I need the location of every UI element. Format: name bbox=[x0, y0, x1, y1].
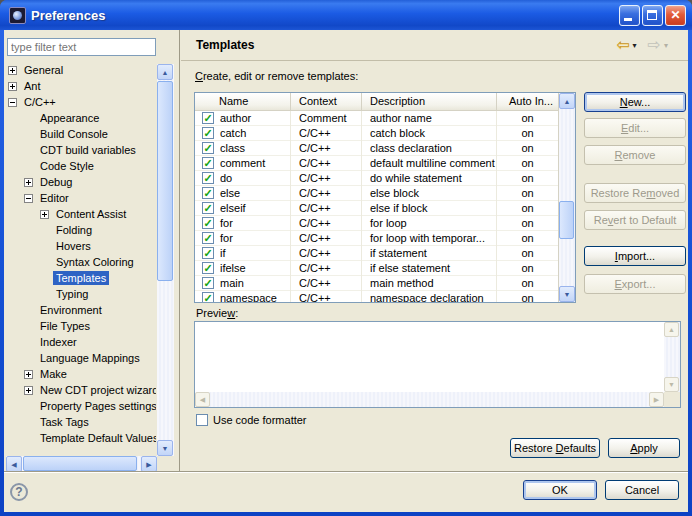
help-button[interactable]: ? bbox=[10, 483, 28, 501]
tree-item-code-style[interactable]: Code Style bbox=[24, 158, 97, 174]
expander-plus-icon[interactable] bbox=[8, 82, 17, 91]
tree-item-cdt-build-variables[interactable]: CDT build variables bbox=[24, 142, 139, 158]
scroll-left-icon[interactable]: ◀ bbox=[6, 456, 22, 472]
tree-item-label[interactable]: Folding bbox=[53, 223, 95, 237]
tree-item-folding[interactable]: Folding bbox=[40, 222, 95, 238]
tree-item-label[interactable]: File Types bbox=[37, 319, 93, 333]
tree-item-build-console[interactable]: Build Console bbox=[24, 126, 111, 142]
tree-item-label[interactable]: Template Default Values bbox=[37, 431, 156, 445]
tree-item-label[interactable]: Editor bbox=[37, 191, 72, 205]
tree-item-templates[interactable]: Templates bbox=[40, 270, 109, 286]
table-vertical-scrollbar[interactable]: ▲ ▼ bbox=[558, 93, 575, 302]
template-enabled-checkbox[interactable]: ✓ bbox=[202, 112, 214, 124]
use-code-formatter-checkbox[interactable] bbox=[196, 414, 208, 426]
new-button[interactable]: New... bbox=[584, 92, 686, 112]
template-enabled-checkbox[interactable]: ✓ bbox=[202, 202, 214, 214]
revert-to-default-button[interactable]: Revert to Default bbox=[584, 210, 686, 230]
scroll-left-icon[interactable]: ◀ bbox=[195, 392, 210, 407]
scroll-right-icon[interactable]: ▶ bbox=[649, 392, 664, 407]
table-vscroll-thumb[interactable] bbox=[559, 201, 574, 239]
tree-item-label[interactable]: CDT build variables bbox=[37, 143, 139, 157]
tree-item-label[interactable]: C/C++ bbox=[21, 95, 59, 109]
tree-item-label[interactable]: Hovers bbox=[53, 239, 94, 253]
template-enabled-checkbox[interactable]: ✓ bbox=[202, 232, 214, 244]
scroll-down-icon[interactable]: ▼ bbox=[664, 377, 679, 392]
tree-item-label[interactable]: General bbox=[21, 63, 66, 77]
template-row-if[interactable]: ✓ifC/C++if statementon bbox=[195, 246, 558, 261]
template-row-namespace[interactable]: ✓namespaceC/C++namespace declarationon bbox=[195, 291, 558, 302]
tree-hscroll-thumb[interactable] bbox=[23, 456, 137, 471]
tree-item-file-types[interactable]: File Types bbox=[24, 318, 93, 334]
remove-button[interactable]: Remove bbox=[584, 145, 686, 165]
tree-item-indexer[interactable]: Indexer bbox=[24, 334, 80, 350]
tree-item-label[interactable]: Environment bbox=[37, 303, 105, 317]
tree-item-label[interactable]: Property Pages settings bbox=[37, 399, 156, 413]
expander-plus-icon[interactable] bbox=[24, 178, 33, 187]
template-row-catch[interactable]: ✓catchC/C++catch blockon bbox=[195, 126, 558, 141]
expander-plus-icon[interactable] bbox=[40, 210, 49, 219]
template-row-for[interactable]: ✓forC/C++for loop with temporar...on bbox=[195, 231, 558, 246]
expander-minus-icon[interactable] bbox=[24, 194, 33, 203]
tree-item-label[interactable]: Ant bbox=[21, 79, 44, 93]
maximize-button[interactable] bbox=[642, 5, 663, 26]
tree-item-label[interactable]: Build Console bbox=[37, 127, 111, 141]
tree-item-label[interactable]: Debug bbox=[37, 175, 75, 189]
tree-vertical-scrollbar[interactable]: ▲ ▼ bbox=[157, 64, 174, 456]
template-enabled-checkbox[interactable]: ✓ bbox=[202, 187, 214, 199]
preview-horizontal-scrollbar[interactable]: ◀ ▶ bbox=[195, 392, 664, 407]
tree-item-label[interactable]: Language Mappings bbox=[37, 351, 143, 365]
panel-divider[interactable] bbox=[179, 30, 180, 472]
tree-item-label[interactable]: Make bbox=[37, 367, 70, 381]
template-row-for[interactable]: ✓forC/C++for loopon bbox=[195, 216, 558, 231]
tree-item-language-mappings[interactable]: Language Mappings bbox=[24, 350, 143, 366]
column-header-description[interactable]: Description bbox=[362, 93, 497, 110]
expander-plus-icon[interactable] bbox=[8, 66, 17, 75]
filter-input[interactable] bbox=[7, 38, 156, 56]
tree-item-general[interactable]: General bbox=[8, 62, 66, 78]
template-enabled-checkbox[interactable]: ✓ bbox=[202, 142, 214, 154]
scroll-up-icon[interactable]: ▲ bbox=[664, 322, 679, 337]
scroll-up-icon[interactable]: ▲ bbox=[559, 93, 575, 109]
tree-item-debug[interactable]: Debug bbox=[24, 174, 75, 190]
tree-item-make[interactable]: Make bbox=[24, 366, 70, 382]
template-enabled-checkbox[interactable]: ✓ bbox=[202, 262, 214, 274]
tree-item-content-assist[interactable]: Content Assist bbox=[40, 206, 129, 222]
close-button[interactable]: ✕ bbox=[665, 5, 686, 26]
restore-removed-button[interactable]: Restore Removed bbox=[584, 183, 686, 203]
tree-item-property-pages-settings[interactable]: Property Pages settings bbox=[24, 398, 156, 414]
tree-item-syntax-coloring[interactable]: Syntax Coloring bbox=[40, 254, 137, 270]
expander-minus-icon[interactable] bbox=[8, 98, 17, 107]
column-header-auto-insert[interactable]: Auto In... bbox=[497, 93, 558, 110]
minimize-button[interactable] bbox=[619, 5, 640, 26]
import-button[interactable]: Import... bbox=[584, 246, 686, 266]
template-enabled-checkbox[interactable]: ✓ bbox=[202, 127, 214, 139]
tree-item-c-c[interactable]: C/C++ bbox=[8, 94, 59, 110]
edit-button[interactable]: Edit... bbox=[584, 118, 686, 138]
tree-item-ant[interactable]: Ant bbox=[8, 78, 44, 94]
tree-item-appearance[interactable]: Appearance bbox=[24, 110, 102, 126]
template-enabled-checkbox[interactable]: ✓ bbox=[202, 277, 214, 289]
template-row-ifelse[interactable]: ✓ifelseC/C++if else statementon bbox=[195, 261, 558, 276]
tree-item-editor[interactable]: Editor bbox=[24, 190, 72, 206]
scroll-down-icon[interactable]: ▼ bbox=[157, 440, 173, 456]
template-row-main[interactable]: ✓mainC/C++main methodon bbox=[195, 276, 558, 291]
tree-item-task-tags[interactable]: Task Tags bbox=[24, 414, 92, 430]
template-enabled-checkbox[interactable]: ✓ bbox=[202, 172, 214, 184]
preview-area[interactable]: ▲ ▼ ◀ ▶ bbox=[194, 321, 681, 408]
tree-item-label[interactable]: Code Style bbox=[37, 159, 97, 173]
column-header-name[interactable]: Name bbox=[195, 93, 291, 110]
expander-plus-icon[interactable] bbox=[24, 386, 33, 395]
tree-vscroll-thumb[interactable] bbox=[157, 81, 173, 281]
tree-item-label[interactable]: Appearance bbox=[37, 111, 102, 125]
cancel-button[interactable]: Cancel bbox=[605, 480, 679, 500]
template-enabled-checkbox[interactable]: ✓ bbox=[202, 217, 214, 229]
template-row-else[interactable]: ✓elseC/C++else blockon bbox=[195, 186, 558, 201]
restore-defaults-button[interactable]: Restore Defaults bbox=[510, 438, 600, 458]
preview-vertical-scrollbar[interactable]: ▲ ▼ bbox=[664, 322, 680, 392]
tree-item-label[interactable]: New CDT project wizard bbox=[37, 383, 156, 397]
template-enabled-checkbox[interactable]: ✓ bbox=[202, 292, 214, 302]
template-row-comment[interactable]: ✓commentC/C++default multiline commenton bbox=[195, 156, 558, 171]
template-row-class[interactable]: ✓classC/C++class declarationon bbox=[195, 141, 558, 156]
tree-item-label[interactable]: Templates bbox=[53, 271, 109, 285]
tree-item-label[interactable]: Typing bbox=[53, 287, 91, 301]
